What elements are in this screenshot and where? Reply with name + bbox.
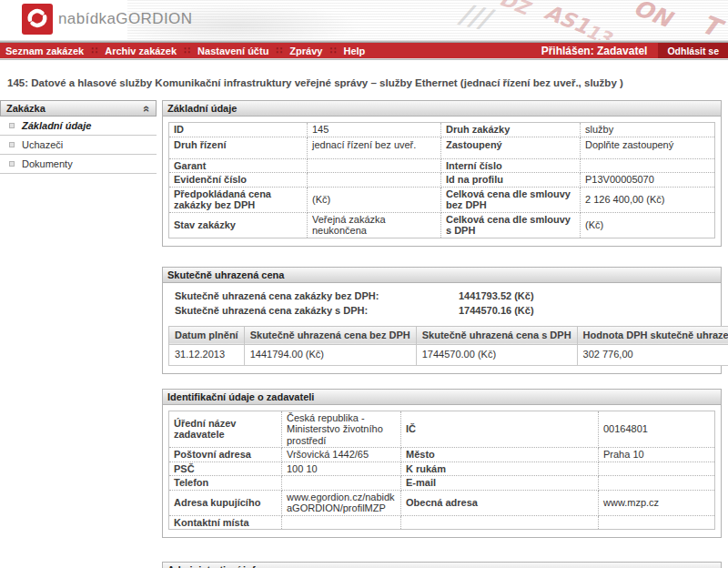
field-value: 2 126 400,00 (Kč) bbox=[581, 187, 715, 212]
box-header: Skutečně uhrazená cena bbox=[163, 268, 721, 283]
main-nav: Seznam zakázek ∷ Archiv zakázek ∷ Nastav… bbox=[0, 43, 728, 58]
logo[interactable] bbox=[22, 4, 53, 35]
column-header: Hodnota DPH skutečně uhrazené ceny bbox=[577, 326, 728, 344]
nav-separator-icon: ∷ bbox=[184, 45, 190, 56]
field-value: Praha 10 bbox=[599, 448, 715, 462]
field-label: Poštovní adresa bbox=[169, 448, 282, 462]
field-label: Id na profilu bbox=[441, 173, 581, 188]
field-value: www.egordion.cz/nabidkaGORDION/profilMZP bbox=[282, 490, 401, 515]
box-header: Administrativní informace bbox=[163, 563, 721, 568]
sidebar-item-label: Základní údaje bbox=[22, 120, 91, 131]
nav-item-archiv-zakazek[interactable]: Archiv zakázek bbox=[105, 46, 177, 56]
box-header: Základní údaje bbox=[163, 101, 721, 117]
field-value: P13V00005070 bbox=[581, 173, 715, 188]
table-row: Evidenční číslo Id na profilu P13V000050… bbox=[169, 173, 715, 188]
table-row: Stav zakázky Veřejná zakázka neukončena … bbox=[169, 212, 715, 238]
field-label: Celková cena dle smlouvy s DPH bbox=[441, 212, 581, 238]
nav-separator-icon: ∷ bbox=[276, 45, 282, 56]
field-value: Česká republika - Ministerstvo životního… bbox=[282, 411, 401, 448]
page-title: 145: Datové a hlasové služby Komunikační… bbox=[7, 77, 721, 88]
field-label: Adresa kupujícího bbox=[169, 490, 282, 515]
nav-item-zpravy[interactable]: Zprávy bbox=[289, 46, 322, 56]
field-label: Zastoupený bbox=[441, 137, 581, 158]
field-value: 00164801 bbox=[599, 411, 715, 448]
sidebar-item-label: Uchazeči bbox=[22, 139, 63, 150]
cell-cena-s-dph: 1744570.00 (Kč) bbox=[416, 344, 577, 365]
bullet-icon bbox=[9, 142, 15, 147]
table-row: Garant Interní číslo bbox=[169, 158, 715, 173]
banner-word: /// bbox=[457, 0, 492, 35]
field-value bbox=[308, 173, 441, 188]
main-panel: Základní údaje ID 145 Druh zakázky služb… bbox=[162, 100, 722, 568]
table-row: Poštovní adresa Vršovická 1442/65 Město … bbox=[169, 448, 715, 462]
field-value bbox=[581, 158, 715, 173]
login-status: Přihlášen: Zadavatel bbox=[541, 45, 648, 57]
nav-separator-icon: ∷ bbox=[91, 45, 97, 56]
sidebar-item-zakladni-udaje[interactable]: Základní údaje bbox=[0, 117, 157, 136]
field-label: Druh zakázky bbox=[441, 123, 581, 137]
collapse-icon[interactable]: « bbox=[140, 105, 154, 111]
field-value bbox=[308, 158, 441, 173]
table-row: Telefon E-mail bbox=[169, 476, 715, 491]
sidebar-item-label: Dokumenty bbox=[22, 158, 73, 169]
sidebar: Zakázka « Základní údaje Uchazeči Dokume… bbox=[0, 100, 157, 174]
field-label: Interní číslo bbox=[441, 158, 581, 173]
paid-summary-line: Skutečně uhrazená cena zakázky s DPH:174… bbox=[175, 303, 715, 318]
identity-table: Úřední název zadavatele Česká republika … bbox=[168, 411, 715, 531]
sidebar-item-dokumenty[interactable]: Dokumenty bbox=[0, 155, 157, 174]
gordion-swirl-icon bbox=[25, 6, 49, 32]
table-header-row: Datum plnění Skutečně uhrazená cena bez … bbox=[169, 326, 728, 344]
field-value: (Kč) bbox=[581, 212, 715, 238]
logo-text: nabídkaGORDION bbox=[58, 10, 192, 28]
field-label: Úřední název zadavatele bbox=[169, 411, 282, 448]
basic-info-box: Základní údaje ID 145 Druh zakázky služb… bbox=[162, 100, 722, 247]
content: Zakázka « Základní údaje Uchazeči Dokume… bbox=[0, 100, 728, 568]
field-value: (Kč) bbox=[308, 187, 441, 212]
cell-hodnota-dph: 302 776,00 bbox=[577, 344, 728, 365]
field-label: Druh řízení bbox=[169, 137, 308, 158]
nav-item-nastaveni-uctu[interactable]: Nastavení účtu bbox=[197, 46, 268, 56]
sidebar-item-uchazeci[interactable]: Uchazeči bbox=[0, 136, 157, 155]
logout-button[interactable]: Odhlásit se bbox=[658, 43, 728, 58]
summary-value: 1744570.16 (Kč) bbox=[459, 305, 534, 316]
paid-price-table: Datum plnění Skutečně uhrazená cena bez … bbox=[168, 326, 728, 366]
cell-cena-bez-dph: 1441794.00 (Kč) bbox=[244, 344, 416, 365]
field-label: E-mail bbox=[401, 476, 599, 491]
field-label: Kontaktní místa bbox=[169, 515, 282, 530]
table-row: ID 145 Druh zakázky služby bbox=[169, 123, 715, 137]
summary-label: Skutečně uhrazená cena zakázky s DPH: bbox=[175, 303, 459, 318]
nav-item-help[interactable]: Help bbox=[343, 46, 365, 56]
table-row: Předpokládaná cena zakázky bez DPH (Kč) … bbox=[169, 187, 715, 212]
basic-info-table: ID 145 Druh zakázky služby Druh řízení j… bbox=[168, 122, 715, 238]
field-value bbox=[599, 476, 715, 491]
banner-word: ON bbox=[630, 0, 675, 33]
banner-word: DZ bbox=[497, 0, 532, 19]
field-value bbox=[599, 515, 715, 530]
field-value: Doplňte zastoupený bbox=[581, 137, 715, 158]
paid-summary-line: Skutečně uhrazená cena zakázky bez DPH:1… bbox=[175, 289, 715, 303]
field-label: Obecná adresa bbox=[401, 490, 599, 515]
table-row: Druh řízení jednací řízení bez uveř. Zas… bbox=[169, 137, 715, 158]
summary-label: Skutečně uhrazená cena zakázky bez DPH: bbox=[175, 289, 459, 303]
bullet-icon bbox=[9, 123, 15, 128]
field-value bbox=[282, 476, 401, 491]
paid-price-box: Skutečně uhrazená cena Skutečně uhrazená… bbox=[162, 267, 722, 374]
column-header: Skutečně uhrazená cena s DPH bbox=[416, 326, 577, 344]
table-row: 31.12.2013 1441794.00 (Kč) 1744570.00 (K… bbox=[169, 344, 728, 365]
app-header: /// DZ AS1 ON 13 T nabídkaGORDION bbox=[0, 0, 728, 40]
sidebar-title: Zakázka bbox=[6, 103, 144, 114]
admin-info-box: Administrativní informace Lhůta pro doru… bbox=[162, 562, 722, 568]
nav-separator-icon: ∷ bbox=[329, 45, 336, 56]
field-value: www.mzp.cz bbox=[599, 490, 715, 515]
field-value: jednací řízení bez uveř. bbox=[308, 137, 441, 158]
field-value: Veřejná zakázka neukončena bbox=[308, 212, 441, 238]
box-header: Identifikační údaje o zadavateli bbox=[163, 390, 721, 405]
sidebar-header: Zakázka « bbox=[0, 100, 157, 117]
table-row: Adresa kupujícího www.egordion.cz/nabidk… bbox=[169, 490, 715, 515]
field-label: Evidenční číslo bbox=[169, 173, 308, 188]
nav-item-seznam-zakazek[interactable]: Seznam zakázek bbox=[5, 46, 84, 56]
field-label: Celková cena dle smlouvy bez DPH bbox=[441, 187, 581, 212]
table-row: PSČ 100 10 K rukám bbox=[169, 462, 715, 476]
field-value: služby bbox=[581, 123, 715, 137]
field-value bbox=[599, 462, 715, 476]
